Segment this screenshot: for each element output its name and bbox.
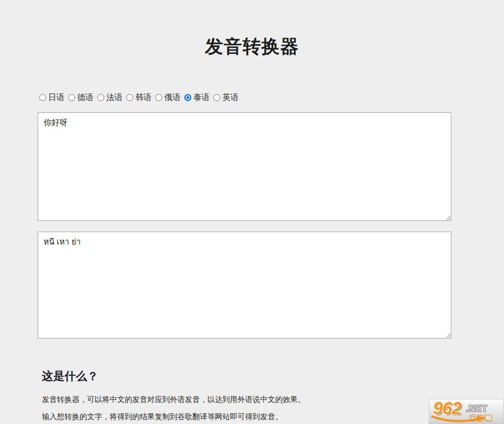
language-option-label: 英语 — [222, 92, 239, 103]
page-title: 发音转换器 — [0, 0, 504, 59]
watermark-swoosh-icon — [431, 415, 487, 423]
about-heading: 这是什么？ — [42, 369, 504, 384]
language-option-1[interactable]: 德语 — [68, 92, 93, 103]
language-option-2[interactable]: 法语 — [97, 92, 123, 103]
language-option-label: 日语 — [48, 92, 64, 103]
radio-icon[interactable] — [39, 94, 46, 101]
watermark-brand-suffix: .NET — [466, 404, 487, 414]
language-option-5[interactable]: 泰语 — [184, 92, 210, 103]
radio-icon[interactable] — [155, 94, 162, 101]
language-radio-group: 日语德语法语韩语俄语泰语英语 — [39, 92, 504, 103]
language-option-3[interactable]: 韩语 — [126, 92, 152, 103]
language-option-label: 韩语 — [135, 92, 152, 103]
radio-checked-icon[interactable] — [184, 94, 191, 101]
radio-icon[interactable] — [68, 94, 75, 101]
chinese-input-textarea[interactable]: 你好呀 — [38, 112, 451, 221]
language-option-label: 德语 — [77, 92, 93, 103]
page: 发音转换器 日语德语法语韩语俄语泰语英语 你好呀 หนี เหา ย่า 这是什… — [0, 0, 504, 424]
radio-icon[interactable] — [213, 94, 220, 101]
language-option-0[interactable]: 日语 — [39, 92, 64, 103]
radio-icon[interactable] — [97, 94, 104, 101]
converted-output-textarea[interactable]: หนี เหา ย่า — [38, 232, 451, 339]
radio-icon[interactable] — [126, 94, 133, 101]
language-option-4[interactable]: 俄语 — [155, 92, 181, 103]
site-watermark: 962 .NET 乐游网 — [429, 399, 504, 424]
language-option-6[interactable]: 英语 — [213, 92, 239, 103]
language-option-label: 泰语 — [193, 92, 210, 103]
language-option-label: 法语 — [106, 92, 123, 103]
language-option-label: 俄语 — [164, 92, 181, 103]
